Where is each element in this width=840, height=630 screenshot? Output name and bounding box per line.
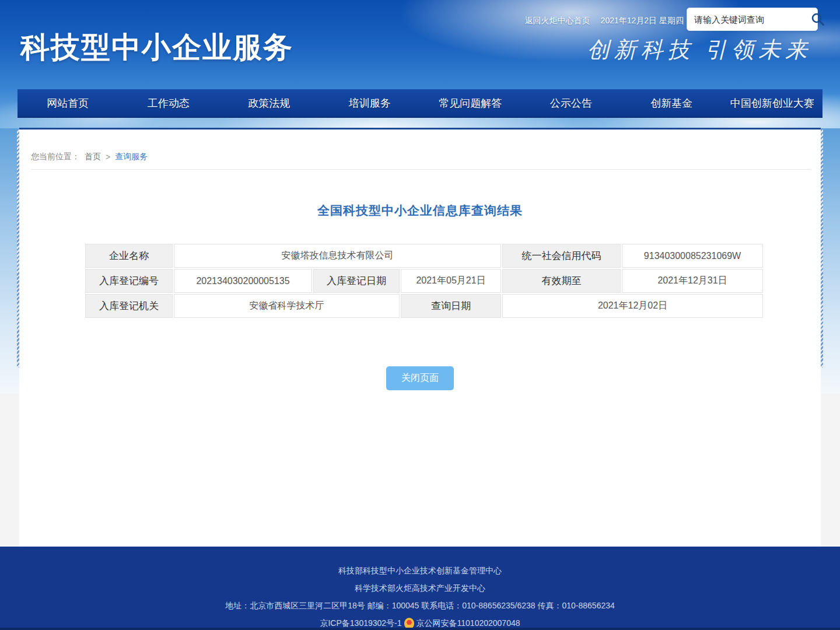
header-utility-bar: 返回火炬中心首页 2021年12月2日 星期四 [525,16,684,26]
return-torch-home-link[interactable]: 返回火炬中心首页 [525,16,590,26]
page-footer: 科技部科技型中小企业技术创新基金管理中心 科学技术部火炬高技术产业开发中心 地址… [0,547,840,630]
footer-address-line: 地址：北京市西城区三里河二区甲18号 邮编：100045 联系电话：010-88… [0,597,840,614]
site-logo: 科技型中小企业服务 [20,28,347,67]
value-registration-number: 202134030200005135 [174,269,312,293]
nav-item-policies[interactable]: 政策法规 [219,96,320,110]
breadcrumb-divider [31,169,810,170]
search-input[interactable] [694,15,810,24]
header-slogan: 创新科技 引领未来 [587,35,813,65]
search-box[interactable] [687,8,818,31]
label-registration-date: 入库登记日期 [313,269,400,293]
footer-bottom-strip [0,628,840,630]
label-registration-authority: 入库登记机关 [85,294,173,318]
breadcrumb-home-link[interactable]: 首页 [85,152,101,162]
nav-item-competition[interactable]: 中国创新创业大赛 [722,96,823,110]
label-registration-number: 入库登记编号 [85,269,173,293]
breadcrumb: 您当前位置： 首页 > 查询服务 [31,152,148,162]
nav-item-innovation-fund[interactable]: 创新基金 [621,96,722,110]
value-credit-code: 91340300085231069W [622,244,763,268]
police-badge-icon [404,618,414,629]
value-query-date: 2021年12月02日 [502,294,763,318]
table-row: 企业名称 安徽塔孜信息技术有限公司 统一社会信用代码 9134030008523… [85,244,763,268]
label-valid-until: 有效期至 [502,269,621,293]
breadcrumb-prefix: 您当前位置： [31,152,80,162]
table-row: 入库登记编号 202134030200005135 入库登记日期 2021年05… [85,269,763,293]
page-title: 全国科技型中小企业信息库查询结果 [19,202,821,219]
main-navigation: 网站首页 工作动态 政策法规 培训服务 常见问题解答 公示公告 创新基金 中国创… [18,89,822,118]
table-row: 入库登记机关 安徽省科学技术厅 查询日期 2021年12月02日 [85,294,763,318]
footer-org-line-1: 科技部科技型中小企业技术创新基金管理中心 [0,547,840,579]
label-query-date: 查询日期 [401,294,501,318]
content-panel: 您当前位置： 首页 > 查询服务 全国科技型中小企业信息库查询结果 企业名称 安… [19,128,821,547]
nav-item-training[interactable]: 培训服务 [320,96,421,110]
label-credit-code: 统一社会信用代码 [502,244,621,268]
footer-org-line-2: 科学技术部火炬高技术产业开发中心 [0,579,840,597]
current-date: 2021年12月2日 星期四 [601,16,684,26]
value-company-name: 安徽塔孜信息技术有限公司 [174,244,501,268]
value-registration-authority: 安徽省科学技术厅 [174,294,400,318]
nav-item-faq[interactable]: 常见问题解答 [420,96,521,110]
value-valid-until: 2021年12月31日 [622,269,763,293]
search-button[interactable] [810,10,825,28]
nav-item-work-news[interactable]: 工作动态 [118,96,219,110]
nav-item-announcements[interactable]: 公示公告 [521,96,622,110]
search-icon [810,12,825,27]
value-registration-date: 2021年05月21日 [401,269,501,293]
query-result-table: 企业名称 安徽塔孜信息技术有限公司 统一社会信用代码 9134030008523… [84,243,764,319]
nav-item-home[interactable]: 网站首页 [18,96,118,110]
label-company-name: 企业名称 [85,244,173,268]
breadcrumb-current-link[interactable]: 查询服务 [115,152,148,162]
close-page-button[interactable]: 关闭页面 [386,366,454,390]
breadcrumb-separator: > [106,152,110,162]
